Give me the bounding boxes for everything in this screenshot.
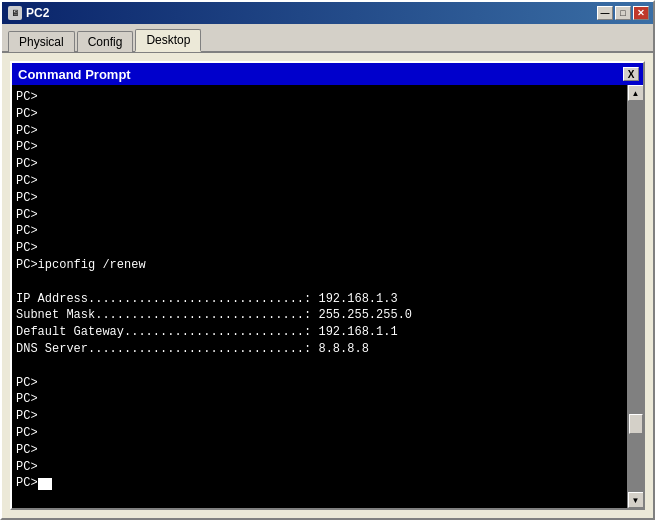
terminal-cursor: [45, 478, 52, 490]
close-button[interactable]: ✕: [633, 6, 649, 20]
scroll-down-arrow[interactable]: ▼: [628, 492, 644, 508]
maximize-button[interactable]: □: [615, 6, 631, 20]
terminal-cursor: [38, 478, 45, 490]
title-bar-left: 🖥 PC2: [8, 6, 49, 20]
tab-physical[interactable]: Physical: [8, 31, 75, 52]
title-bar: 🖥 PC2 — □ ✕: [2, 2, 653, 24]
cmd-body: PC> PC> PC> PC> PC> PC> PC> PC> PC> PC> …: [12, 85, 643, 508]
tabs-bar: Physical Config Desktop: [2, 24, 653, 53]
terminal-output[interactable]: PC> PC> PC> PC> PC> PC> PC> PC> PC> PC> …: [12, 85, 627, 508]
terminal-scrollbar[interactable]: ▲ ▼: [627, 85, 643, 508]
window-title: PC2: [26, 6, 49, 20]
scroll-thumb[interactable]: [629, 414, 643, 434]
tab-desktop[interactable]: Desktop: [135, 29, 201, 52]
minimize-button[interactable]: —: [597, 6, 613, 20]
scroll-track[interactable]: [628, 101, 644, 492]
cmd-title-text: Command Prompt: [18, 67, 131, 82]
cmd-close-button[interactable]: X: [623, 67, 639, 81]
title-bar-controls: — □ ✕: [597, 6, 649, 20]
window-icon: 🖥: [8, 6, 22, 20]
main-window: 🖥 PC2 — □ ✕ Physical Config Desktop Comm…: [0, 0, 655, 520]
tab-config[interactable]: Config: [77, 31, 134, 52]
cmd-title-bar: Command Prompt X: [12, 63, 643, 85]
desktop-content: Command Prompt X PC> PC> PC> PC> PC> PC>…: [2, 53, 653, 518]
scroll-up-arrow[interactable]: ▲: [628, 85, 644, 101]
command-prompt-window: Command Prompt X PC> PC> PC> PC> PC> PC>…: [10, 61, 645, 510]
